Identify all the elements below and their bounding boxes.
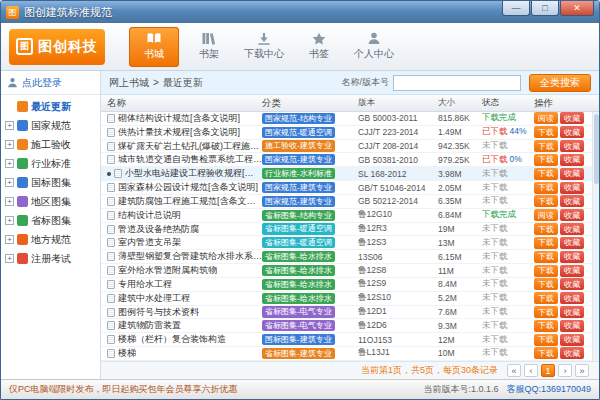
- book-icon: [107, 321, 115, 330]
- sidebar-item-5[interactable]: +地区图集: [1, 192, 100, 211]
- download-button[interactable]: 下载: [534, 278, 558, 290]
- nav-download-center[interactable]: 下载中心: [239, 27, 289, 67]
- table-row[interactable]: 结构设计总说明省标图集-结构专业鲁12G106.84M下载完成阅读收藏: [101, 209, 599, 223]
- table-row[interactable]: 图例符号与技术资料省标图集-电气专业鲁12D17.6M未下载下载收藏: [101, 306, 599, 320]
- table-row[interactable]: 室外给水管道附属构筑物省标图集-给水排水鲁12S811M未下载下载收藏: [101, 264, 599, 278]
- nav-user-center[interactable]: 个人中心: [349, 27, 399, 67]
- table-row[interactable]: 城市轨道交通自动售检票系统工程质量验收规范[含条文说明]国家规范-建筑专业GB …: [101, 153, 599, 167]
- expand-icon[interactable]: +: [5, 159, 14, 168]
- sidebar-item-6[interactable]: +省标图集: [1, 211, 100, 230]
- favorite-button[interactable]: 收藏: [560, 237, 584, 249]
- favorite-button[interactable]: 收藏: [560, 112, 584, 124]
- table-row[interactable]: 煤矿露天矿岩土钻孔(爆破)工程施工及质量验收规范[含条文说明]施工验收-建筑专业…: [101, 140, 599, 154]
- file-size: 13M: [438, 238, 482, 248]
- expand-icon[interactable]: +: [5, 216, 14, 225]
- nav-bookstore[interactable]: 书城: [129, 27, 179, 67]
- doc-name-cell: 小型水电站建设工程验收规程[含条文说明]: [101, 167, 262, 180]
- favorite-button[interactable]: 收藏: [560, 306, 584, 318]
- download-button[interactable]: 下载: [534, 334, 558, 346]
- table-row[interactable]: 砌体结构设计规范[含条文说明]国家规范-结构专业GB 50003-2011815…: [101, 112, 599, 126]
- breadcrumb-root[interactable]: 网上书城: [109, 76, 149, 90]
- table-row[interactable]: 管道及设备绝热防腐省标图集-暖通空调鲁12R319M未下载下载收藏: [101, 223, 599, 237]
- pagination-page-1[interactable]: 1: [541, 364, 555, 377]
- expand-icon[interactable]: +: [5, 197, 14, 206]
- pagination-last[interactable]: »: [575, 364, 589, 377]
- expand-icon[interactable]: +: [5, 254, 14, 263]
- expand-icon[interactable]: +: [5, 121, 14, 130]
- table-row[interactable]: 国家森林公园设计规范[含条文说明]国家规范-建筑专业GB/T 51046-201…: [101, 181, 599, 195]
- download-button[interactable]: 下载: [534, 292, 558, 304]
- favorite-button[interactable]: 收藏: [560, 182, 584, 194]
- favorite-button[interactable]: 收藏: [560, 334, 584, 346]
- download-button[interactable]: 下载: [534, 140, 558, 152]
- category-cell: 国家规范-建筑专业: [262, 154, 358, 165]
- favorite-button[interactable]: 收藏: [560, 347, 584, 359]
- table-row[interactable]: 薄壁型钢塑复合管建筑给水排水系统安装构造省标图集-给水排水13S066.15M未…: [101, 250, 599, 264]
- sidebar-item-4[interactable]: +国标图集: [1, 173, 100, 192]
- read-button[interactable]: 阅读: [534, 209, 558, 221]
- sidebar-item-1[interactable]: +国家规范: [1, 116, 100, 135]
- sidebar-item-2[interactable]: +施工验收: [1, 135, 100, 154]
- favorite-button[interactable]: 收藏: [560, 195, 584, 207]
- vertical-scrollbar[interactable]: [592, 112, 599, 361]
- download-button[interactable]: 下载: [534, 306, 558, 318]
- table-row[interactable]: 供热计量技术规程[含条文说明]国家规范-暖通空调CJJ/T 223-20141.…: [101, 126, 599, 140]
- expand-icon[interactable]: +: [5, 235, 14, 244]
- nav-bookmark[interactable]: 书签: [294, 27, 344, 67]
- download-button[interactable]: 下载: [534, 223, 558, 235]
- favorite-button[interactable]: 收藏: [560, 265, 584, 277]
- table-row[interactable]: 专用给水工程省标图集-给水排水鲁12S98.4M未下载下载收藏: [101, 278, 599, 292]
- favorite-button[interactable]: 收藏: [560, 292, 584, 304]
- download-button[interactable]: 下载: [534, 195, 558, 207]
- title-bar[interactable]: 图 图创建筑标准规范 — □ ✕: [1, 1, 599, 23]
- favorite-button[interactable]: 收藏: [560, 320, 584, 332]
- download-button[interactable]: 下载: [534, 168, 558, 180]
- table-row[interactable]: 建筑物防雷装置省标图集-电气专业鲁12D69.3M未下载下载收藏: [101, 319, 599, 333]
- download-button[interactable]: 下载: [534, 154, 558, 166]
- pagination-first[interactable]: «: [507, 364, 521, 377]
- search-input[interactable]: [393, 75, 521, 91]
- pagination-prev[interactable]: ‹: [524, 364, 538, 377]
- table-row[interactable]: 室内管道支吊架省标图集-暖通空调鲁12S313M未下载下载收藏: [101, 236, 599, 250]
- table-row[interactable]: 楼梯省标图集-建筑专业鲁L13J110M未下载下载收藏: [101, 347, 599, 361]
- download-button[interactable]: 下载: [534, 347, 558, 359]
- sidebar-item-3[interactable]: +行业标准: [1, 154, 100, 173]
- sidebar-item-8[interactable]: +注册考试: [1, 249, 100, 268]
- download-button[interactable]: 下载: [534, 182, 558, 194]
- favorite-button[interactable]: 收藏: [560, 168, 584, 180]
- favorite-button[interactable]: 收藏: [560, 140, 584, 152]
- scrollbar-thumb[interactable]: [594, 114, 599, 184]
- table-row[interactable]: 建筑防腐蚀工程施工规范[含条文说明]国家规范-建筑专业GB 50212-2014…: [101, 195, 599, 209]
- favorite-button[interactable]: 收藏: [560, 126, 584, 138]
- download-button[interactable]: 下载: [534, 251, 558, 263]
- download-button[interactable]: 下载: [534, 320, 558, 332]
- download-percent: 44%: [510, 126, 527, 136]
- minimize-button[interactable]: —: [502, 1, 530, 16]
- sidebar-item-7[interactable]: +地方规范: [1, 230, 100, 249]
- read-button[interactable]: 阅读: [534, 112, 558, 124]
- download-button[interactable]: 下载: [534, 126, 558, 138]
- maximize-button[interactable]: □: [531, 1, 559, 16]
- table-row[interactable]: 小型水电站建设工程验收规程[含条文说明]行业标准-水利标准SL 168-2012…: [101, 167, 599, 181]
- expand-icon[interactable]: +: [5, 140, 14, 149]
- sidebar-item-0[interactable]: 最近更新: [1, 97, 100, 116]
- download-button[interactable]: 下载: [534, 237, 558, 249]
- favorite-button[interactable]: 收藏: [560, 209, 584, 221]
- favorite-button[interactable]: 收藏: [560, 251, 584, 263]
- favorite-button[interactable]: 收藏: [560, 223, 584, 235]
- table-row[interactable]: 楼梯（栏杆）复合装饰构造国标图集-建筑专业11OJ15312M未下载下载收藏: [101, 333, 599, 347]
- download-button[interactable]: 下载: [534, 265, 558, 277]
- actions-cell: 下载收藏: [534, 195, 592, 207]
- pagination-next[interactable]: ›: [558, 364, 572, 377]
- login-link[interactable]: 点此登录: [1, 71, 100, 95]
- close-button[interactable]: ✕: [560, 1, 594, 16]
- nav-bookshelf[interactable]: 书架: [184, 27, 234, 67]
- category-cell: 省标图集-电气专业: [262, 320, 358, 331]
- search-button[interactable]: 全类搜索: [529, 74, 591, 92]
- expand-icon[interactable]: +: [5, 178, 14, 187]
- favorite-button[interactable]: 收藏: [560, 278, 584, 290]
- table-row[interactable]: 建筑中水处理工程省标图集-给水排水鲁12S105.2M未下载下载收藏: [101, 292, 599, 306]
- favorite-button[interactable]: 收藏: [560, 154, 584, 166]
- category-cell: 省标图集-结构专业: [262, 210, 358, 221]
- actions-cell: 下载收藏: [534, 265, 592, 277]
